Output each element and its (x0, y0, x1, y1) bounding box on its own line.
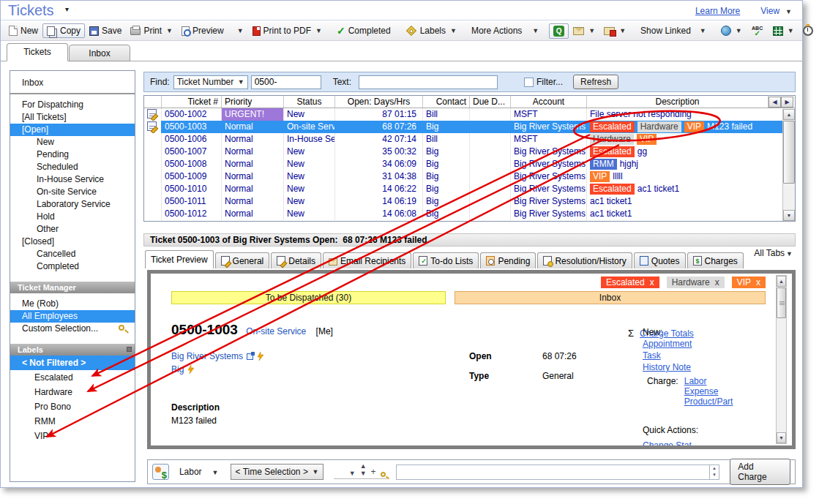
label-filter-item[interactable]: < Not Filtered > (10, 356, 135, 370)
header-ticket-number[interactable]: Ticket # (162, 96, 222, 108)
table-row[interactable]: 0500-1007 Normal New 35 00:32 Big Big Ri… (144, 146, 795, 158)
detail-tab[interactable]: Pending (480, 252, 536, 268)
more-actions-button[interactable]: More Actions▼ (467, 23, 543, 38)
external-link-icon[interactable] (247, 353, 253, 360)
change-status-link[interactable]: Change Stat (643, 440, 692, 449)
lightning-icon[interactable] (188, 365, 194, 376)
charge-action-link[interactable]: Labor (684, 376, 733, 386)
header-due-date[interactable]: Due D... (470, 96, 511, 108)
copy-button[interactable]: Copy (42, 23, 85, 38)
label-filter-item[interactable]: Escalated (10, 370, 135, 385)
sidebar-nav-item[interactable]: Hold (10, 211, 135, 223)
all-tabs-menu[interactable]: All Tabs▼ (754, 248, 793, 258)
ticket-manager-item[interactable]: Me (Rob) (10, 298, 135, 310)
scroll-up-button[interactable]: ▲ (777, 276, 786, 287)
updown-icon[interactable]: ▲▼ (360, 462, 367, 477)
sidebar-nav-item[interactable]: Laboratory Service (10, 198, 135, 211)
table-row[interactable]: 0500-1012 Normal New 14 06:08 Big Big Ri… (144, 208, 795, 220)
chip-remove-button[interactable]: x (650, 277, 654, 287)
search-icon[interactable] (381, 472, 386, 477)
plus-icon[interactable]: + (371, 467, 376, 477)
to-be-dispatched-bar[interactable]: To be Dispatched (30) (171, 291, 446, 304)
charge-action-link[interactable]: Product/Part (684, 396, 733, 407)
scroll-right-button[interactable]: ▶ (781, 97, 793, 108)
quickbooks-button[interactable] (549, 23, 569, 39)
charge-type-select[interactable]: Labor▼ (179, 467, 219, 477)
sidebar-nav-item[interactable]: [All Tickets] (10, 111, 135, 124)
new-action-link[interactable]: Task (643, 350, 692, 361)
detail-tab[interactable]: Charges (687, 252, 744, 268)
table-row[interactable]: 0500-1006 Normal In-House Service 42 07:… (144, 133, 795, 146)
detail-tab[interactable]: General (215, 252, 270, 268)
completed-button[interactable]: ✓Completed (332, 23, 395, 38)
ticket-label-chip[interactable]: Hardwarex (667, 277, 725, 288)
print-to-pdf-button[interactable]: Print to PDF▼ (248, 23, 326, 38)
email-button[interactable]: ▼ (569, 25, 599, 37)
sidebar-nav-item[interactable]: Other (10, 223, 135, 236)
ticket-manager-item[interactable]: All Employees (10, 310, 135, 323)
show-linked-button[interactable]: Show Linked▼ (636, 23, 711, 38)
refresh-button[interactable]: Refresh (573, 75, 618, 89)
sidebar-nav-item[interactable]: Pending (10, 148, 135, 161)
stepper-up-icon[interactable]: ▲ (710, 465, 719, 473)
table-row[interactable]: 0500-1002 URGENT! New 87 01:15 Bill MSFT… (144, 108, 795, 121)
time-selection-select[interactable]: < Time Selection >▼ (231, 464, 324, 480)
quantity-stepper[interactable]: ▲▼ (710, 464, 719, 480)
table-row[interactable]: 0500-1011 Normal New 14 06:19 Big Big Ri… (144, 195, 795, 208)
detail-tab[interactable]: Ticket Preview (145, 250, 214, 268)
detail-tab[interactable]: Email Recipients (323, 252, 411, 268)
preview-scrollbar[interactable]: ▲ ▼ (776, 275, 787, 444)
header-account[interactable]: Account (511, 96, 587, 108)
sidebar-nav-item[interactable]: Cancelled (10, 248, 135, 260)
sidebar-nav-item[interactable]: New (10, 136, 135, 148)
spell-check-button[interactable] (747, 23, 768, 39)
account-link[interactable]: Big River Systems (171, 351, 263, 363)
new-action-link[interactable]: Appointment (643, 338, 692, 350)
sidebar-nav-item[interactable]: In-House Service (10, 173, 135, 186)
ticket-label-chip[interactable]: Escalatedx (601, 277, 659, 288)
item-lookup-combo[interactable]: ▼ ▲▼ + (334, 464, 386, 479)
inbox-queue-bar[interactable]: Inbox (455, 291, 766, 304)
lightning-icon[interactable] (258, 352, 263, 363)
find-field-select[interactable]: Ticket Number▼ (173, 75, 248, 89)
list-vertical-scrollbar[interactable]: ▲ ▼ (782, 109, 795, 221)
filter-checkbox[interactable] (524, 78, 534, 87)
chip-remove-button[interactable]: x (715, 277, 719, 287)
collapse-icon[interactable] (127, 347, 132, 352)
charge-description-input[interactable] (396, 464, 710, 480)
web-button[interactable]: ▼ (717, 23, 747, 38)
scroll-left-button[interactable]: ◀ (768, 97, 781, 108)
ticket-label-chip[interactable]: VIPx (732, 277, 766, 288)
sidebar-nav-item[interactable]: [Open] (10, 124, 135, 136)
label-filter-item[interactable]: RMM (10, 414, 135, 429)
custom-selection-item[interactable]: Custom Selection... (10, 323, 135, 335)
table-row[interactable]: 0500-1009 Normal New 31 04:38 Big Big Ri… (144, 170, 795, 183)
table-row[interactable]: 0500-1003 Normal On-site Service 68 07:2… (144, 121, 795, 133)
contact-link[interactable]: Big (171, 364, 194, 376)
sidebar-nav-item[interactable]: Scheduled (10, 161, 135, 173)
label-filter-item[interactable]: VIP (10, 429, 135, 443)
save-button[interactable]: Save (85, 23, 126, 38)
charge-action-link[interactable]: Expense (684, 386, 733, 396)
scrollbar-thumb[interactable] (777, 287, 786, 318)
sidebar-nav-item[interactable]: On-site Service (10, 186, 135, 198)
timer-button[interactable] (799, 23, 818, 38)
sidebar-nav-item[interactable]: [Closed] (10, 236, 135, 248)
sidebar-item-inbox[interactable]: Inbox (10, 77, 135, 89)
tab-tickets[interactable]: Tickets (7, 43, 68, 61)
detail-tab[interactable]: Resolution/History (537, 252, 632, 268)
scroll-down-button[interactable]: ▼ (777, 432, 786, 443)
email-pdf-button[interactable]: ▼ (599, 25, 630, 37)
labels-button[interactable]: Labels▼ (401, 23, 461, 38)
text-search-input[interactable] (359, 75, 498, 89)
sidebar-nav-item[interactable]: Completed (10, 260, 135, 273)
table-row[interactable]: 0500-1008 Normal New 34 06:09 Big Big Ri… (144, 158, 795, 170)
chip-remove-button[interactable]: x (756, 277, 760, 287)
header-open-days[interactable]: Open: Days/Hrs (335, 96, 423, 108)
find-value-input[interactable] (251, 75, 321, 89)
stepper-down-icon[interactable]: ▼ (710, 472, 719, 479)
view-menu[interactable]: View▼ (760, 6, 792, 16)
chevron-down-icon[interactable]: ▼ (349, 470, 356, 477)
header-description[interactable]: Description (587, 96, 768, 108)
learn-more-link[interactable]: Learn More (695, 6, 740, 16)
